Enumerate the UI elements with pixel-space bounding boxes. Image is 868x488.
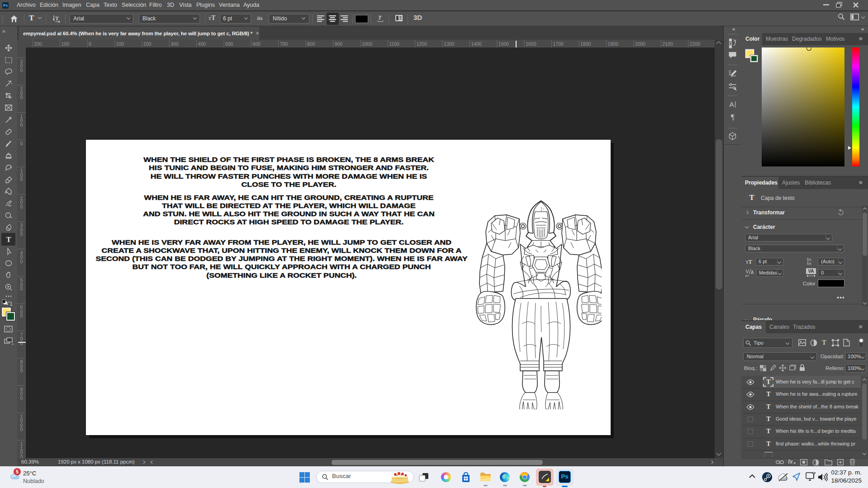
svg-text:A: A xyxy=(751,270,754,275)
svg-text:0: 0 xyxy=(20,286,23,291)
svg-text:0: 0 xyxy=(20,67,23,73)
svg-text:1500: 1500 xyxy=(498,41,509,47)
svg-text:0: 0 xyxy=(20,454,23,458)
svg-text:600: 600 xyxy=(252,41,261,47)
svg-text:A: A xyxy=(729,100,734,108)
svg-text:1200: 1200 xyxy=(417,41,427,47)
svg-text:¶: ¶ xyxy=(731,113,735,121)
svg-text:400: 400 xyxy=(198,41,206,47)
svg-text:1700: 1700 xyxy=(553,41,564,47)
svg-text:200: 200 xyxy=(143,41,152,47)
svg-text:VA: VA xyxy=(808,269,814,274)
svg-text:100: 100 xyxy=(62,41,70,47)
svg-text:T: T xyxy=(55,15,59,22)
svg-text:300: 300 xyxy=(171,41,179,47)
svg-text:V: V xyxy=(746,269,749,274)
svg-text:800: 800 xyxy=(307,41,315,47)
svg-text:1900: 1900 xyxy=(607,41,618,47)
svg-text:0: 0 xyxy=(20,95,23,100)
svg-text:0: 0 xyxy=(20,426,23,432)
svg-text:T: T xyxy=(6,236,11,243)
svg-text:0: 0 xyxy=(89,41,91,47)
svg-text:900: 900 xyxy=(335,41,343,47)
svg-text:0: 0 xyxy=(20,141,23,146)
svg-text:A: A xyxy=(809,261,811,265)
svg-text:0: 0 xyxy=(20,204,23,209)
svg-text:1400: 1400 xyxy=(471,41,482,47)
svg-text:2200: 2200 xyxy=(690,41,701,47)
svg-text:2000: 2000 xyxy=(635,41,646,47)
svg-text:0: 0 xyxy=(20,368,23,373)
svg-text:0: 0 xyxy=(20,259,23,264)
svg-text:0: 0 xyxy=(20,313,23,318)
svg-text:2100: 2100 xyxy=(662,41,673,47)
svg-text:T: T xyxy=(378,14,382,21)
svg-text:100: 100 xyxy=(116,41,124,47)
svg-text:1800: 1800 xyxy=(580,41,591,47)
svg-text:500: 500 xyxy=(225,41,233,47)
svg-text:700: 700 xyxy=(280,41,288,47)
svg-text:200: 200 xyxy=(34,41,42,47)
svg-text:0: 0 xyxy=(20,341,23,346)
svg-text:1600: 1600 xyxy=(526,41,536,47)
svg-text:1100: 1100 xyxy=(389,41,399,47)
svg-text:0: 0 xyxy=(20,122,23,128)
svg-text:1000: 1000 xyxy=(362,41,373,47)
svg-text:1300: 1300 xyxy=(444,41,455,47)
svg-text:0: 0 xyxy=(20,231,23,237)
svg-text:0: 0 xyxy=(20,395,23,401)
svg-text:0: 0 xyxy=(20,176,23,182)
